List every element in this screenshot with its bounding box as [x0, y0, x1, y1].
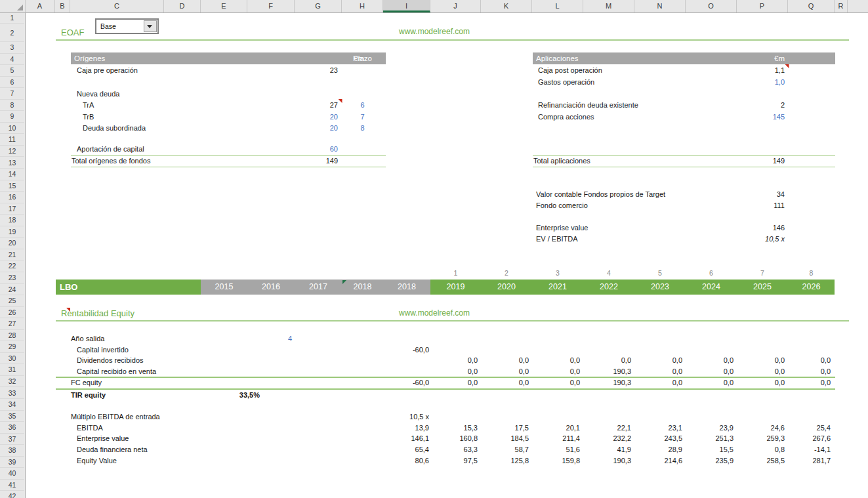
column-header-I[interactable]: I: [383, 0, 430, 12]
row-header-14[interactable]: 14: [0, 169, 24, 180]
lbo-row-value[interactable]: 23,1: [640, 423, 682, 434]
lbo-row-value[interactable]: 63,3: [436, 444, 478, 455]
aplicaciones-row-value[interactable]: 145: [743, 112, 785, 123]
lbo-banner[interactable]: LBO: [56, 280, 201, 295]
column-header-B[interactable]: B: [55, 0, 70, 12]
lbo-row-value[interactable]: 0,0: [743, 355, 785, 366]
lbo-row-value[interactable]: 0,0: [743, 366, 785, 377]
website-link[interactable]: www.modelreef.com: [354, 26, 514, 37]
lbo-row-label[interactable]: Capital invertido: [77, 344, 129, 356]
lbo-row-value[interactable]: 235,9: [692, 455, 734, 467]
year-header-2021[interactable]: 2021: [535, 280, 581, 295]
info-row-value[interactable]: 34: [743, 189, 785, 200]
row-header-27[interactable]: 27: [0, 318, 24, 330]
row-header-19[interactable]: 19: [0, 226, 24, 238]
lbo-row-value[interactable]: 80,6: [387, 455, 429, 467]
lbo-row-value[interactable]: 0,0: [789, 366, 831, 377]
lbo-row-value[interactable]: 0,0: [692, 377, 734, 388]
row-header-21[interactable]: 21: [0, 249, 24, 261]
info-row-value[interactable]: 111: [743, 200, 785, 211]
origenes-row-value[interactable]: 27: [296, 100, 338, 111]
row-header-40[interactable]: 40: [0, 468, 24, 480]
lbo-historic-years-bar[interactable]: 20152016201720182018: [201, 280, 430, 295]
year-header-2018[interactable]: 2018: [384, 280, 430, 295]
year-header-2026[interactable]: 2026: [789, 280, 835, 295]
lbo-row-value[interactable]: 251,3: [692, 433, 734, 444]
chevron-down-icon[interactable]: [144, 20, 157, 32]
lbo-row-value[interactable]: 0,0: [538, 366, 580, 377]
origenes-row-label[interactable]: Nueva deuda: [77, 89, 119, 100]
column-header-E[interactable]: E: [201, 0, 247, 12]
lbo-row-label[interactable]: Año salida: [71, 333, 104, 344]
row-header-13[interactable]: 13: [0, 157, 24, 169]
row-header-37[interactable]: 37: [0, 434, 24, 446]
aplicaciones-header-bar[interactable]: Aplicaciones €m: [533, 52, 835, 64]
lbo-row-value[interactable]: -14,1: [789, 444, 831, 455]
row-header-10[interactable]: 10: [0, 123, 24, 135]
lbo-row-value[interactable]: 190,3: [589, 377, 631, 388]
info-row-label[interactable]: Enterprise value: [536, 222, 589, 234]
row-header-17[interactable]: 17: [0, 203, 24, 215]
lbo-row-value[interactable]: 0,0: [487, 366, 529, 377]
lbo-row-value[interactable]: 258,5: [743, 455, 785, 467]
column-header-G[interactable]: G: [295, 0, 342, 12]
lbo-row-value[interactable]: 22,1: [589, 423, 631, 434]
row-header-1[interactable]: 1: [0, 12, 24, 24]
lbo-row-value[interactable]: 24,6: [743, 423, 785, 434]
lbo-row-value[interactable]: 184,5: [487, 433, 529, 444]
origenes-row-value[interactable]: 20: [296, 123, 338, 134]
origenes-row-value[interactable]: 23: [296, 65, 338, 76]
year-header-2015[interactable]: 2015: [201, 280, 247, 295]
lbo-row-value[interactable]: 0,0: [692, 355, 734, 366]
column-header-O[interactable]: O: [686, 0, 737, 12]
lbo-row-value[interactable]: 51,6: [538, 444, 580, 455]
column-header-R[interactable]: R: [835, 0, 848, 12]
lbo-row-value[interactable]: 190,3: [589, 366, 631, 377]
year-header-2016[interactable]: 2016: [248, 280, 294, 295]
lbo-row-value[interactable]: -60,0: [387, 344, 429, 356]
row-header-36[interactable]: 36: [0, 422, 24, 434]
origenes-row-label[interactable]: TrA: [83, 100, 94, 111]
lbo-row-value[interactable]: 0,0: [436, 355, 478, 366]
row-header-6[interactable]: 6: [0, 77, 24, 89]
row-header-32[interactable]: 32: [0, 376, 24, 388]
website-link[interactable]: www.modelreef.com: [354, 308, 514, 319]
row-header-5[interactable]: 5: [0, 65, 24, 77]
lbo-row-value[interactable]: 0,0: [487, 377, 529, 388]
column-header-K[interactable]: K: [481, 0, 532, 12]
row-header-35[interactable]: 35: [0, 411, 24, 423]
column-header-L[interactable]: L: [532, 0, 583, 12]
lbo-row-value[interactable]: 0,0: [640, 366, 682, 377]
lbo-row-value[interactable]: 0,0: [436, 366, 478, 377]
info-row-label[interactable]: Fondo comercio: [536, 200, 588, 211]
column-header-H[interactable]: H: [342, 0, 383, 12]
row-header-26[interactable]: 26: [0, 307, 24, 319]
origenes-total-row[interactable]: Total orígenes de fondos 149: [71, 155, 386, 167]
row-header-29[interactable]: 29: [0, 341, 24, 353]
lbo-row-value[interactable]: 4: [250, 333, 292, 344]
lbo-row-value[interactable]: 0,0: [538, 377, 580, 388]
lbo-row-value[interactable]: 0,0: [789, 377, 831, 388]
lbo-row-value[interactable]: 13,9: [387, 423, 429, 434]
lbo-row-value[interactable]: 146,1: [387, 433, 429, 444]
origenes-row-label[interactable]: Aportación de capital: [77, 144, 144, 155]
select-all-corner[interactable]: [0, 0, 26, 12]
row-header-39[interactable]: 39: [0, 457, 24, 468]
aplicaciones-row-value[interactable]: 1,0: [743, 77, 785, 88]
lbo-row-value[interactable]: 0,0: [538, 355, 580, 366]
row-header-42[interactable]: 42: [0, 491, 24, 498]
info-row-value[interactable]: 10,5 x: [743, 234, 785, 245]
info-row-label[interactable]: EV / EBITDA: [536, 234, 578, 245]
row-header-7[interactable]: 7: [0, 88, 24, 100]
aplicaciones-row-label[interactable]: Caja post operación: [538, 65, 602, 76]
year-header-2025[interactable]: 2025: [739, 280, 785, 295]
row-header-18[interactable]: 18: [0, 215, 24, 226]
row-header-34[interactable]: 34: [0, 399, 24, 411]
tir-equity-value[interactable]: 33,5%: [218, 390, 260, 401]
lbo-row-label[interactable]: Enterprise value: [77, 433, 129, 444]
row-header-23[interactable]: 23: [0, 272, 24, 284]
lbo-row-value[interactable]: 0,0: [789, 355, 831, 366]
aplicaciones-row-label[interactable]: Gastos operación: [538, 77, 594, 88]
lbo-row-value[interactable]: 10,5 x: [387, 411, 429, 423]
row-header-33[interactable]: 33: [0, 388, 24, 400]
